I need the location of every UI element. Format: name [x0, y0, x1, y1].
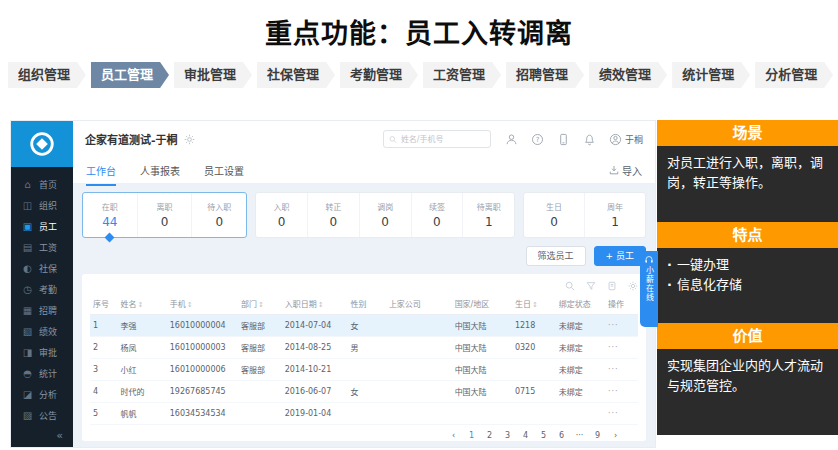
feature-tab-employee[interactable]: 员工管理 — [91, 62, 169, 88]
feature-tab-analysis[interactable]: 分析管理 — [755, 62, 833, 88]
sidebar-item-home[interactable]: ⌂首页 — [11, 174, 73, 195]
sidebar-item-performance[interactable]: ▧绩效 — [11, 321, 73, 342]
feature-tab-bar: 组织管理 员工管理 审批管理 社保管理 考勤管理 工资管理 招聘管理 绩效管理 … — [8, 62, 838, 88]
page-1[interactable]: 1 — [465, 429, 478, 442]
stat-resigned[interactable]: 离职0 — [137, 193, 192, 237]
page-5[interactable]: 5 — [537, 429, 550, 442]
filter-employee-button[interactable]: 筛选员工 — [526, 246, 586, 266]
feature-tab-salary[interactable]: 工资管理 — [423, 62, 501, 88]
page-9[interactable]: 9 — [591, 429, 604, 442]
sidebar-item-attendance[interactable]: ◷考勤 — [11, 279, 73, 300]
feature-tab-statistics[interactable]: 统计管理 — [672, 62, 750, 88]
stat-label: 在职 — [102, 201, 118, 212]
social-security-icon: ◐ — [22, 263, 33, 274]
table-filter-icon[interactable] — [586, 281, 596, 291]
sidebar-item-salary[interactable]: ▤工资 — [11, 237, 73, 258]
row-more-button[interactable]: ··· — [605, 315, 638, 337]
col-department[interactable]: 部门↕ — [238, 293, 282, 315]
feature-tab-attendance[interactable]: 考勤管理 — [340, 62, 418, 88]
stat-pending-onboard[interactable]: 待入职0 — [191, 193, 246, 237]
page-3[interactable]: 3 — [501, 429, 514, 442]
user-menu[interactable]: 于桐 — [609, 133, 643, 146]
stat-label: 生日 — [546, 201, 562, 212]
tab-hr-report[interactable]: 人事报表 — [140, 163, 180, 178]
row-more-button[interactable]: ··· — [605, 359, 638, 381]
page-2[interactable]: 2 — [483, 429, 496, 442]
col-phone[interactable]: 手机↕ — [167, 293, 238, 315]
notification-bell-icon[interactable] — [583, 133, 596, 146]
employee-search[interactable] — [383, 130, 491, 148]
feature-tab-approval[interactable]: 审批管理 — [174, 62, 252, 88]
sidebar-item-label: 绩效 — [39, 325, 57, 338]
table-search-icon[interactable] — [565, 281, 575, 291]
stat-active[interactable]: 在职44 — [83, 193, 137, 237]
tab-employee-settings[interactable]: 员工设置 — [204, 163, 244, 178]
col-hire-date[interactable]: 入职日期↕ — [282, 293, 348, 315]
feature-tab-recruit[interactable]: 招聘管理 — [506, 62, 584, 88]
mobile-icon[interactable] — [557, 133, 570, 146]
feature-tab-performance[interactable]: 绩效管理 — [589, 62, 667, 88]
sidebar-item-recruit[interactable]: ▦招聘 — [11, 300, 73, 321]
feature-tab-social[interactable]: 社保管理 — [257, 62, 335, 88]
table-row[interactable]: 1李强16010000004客服部2014-07-04女中国大陆1218未绑定·… — [90, 315, 638, 337]
row-more-button[interactable]: ··· — [605, 381, 638, 403]
table-row[interactable]: 3小红16010000006客服部2014-10-21中国大陆未绑定··· — [90, 359, 638, 381]
table-row[interactable]: 4时代的192676857452016-06-07女中国大陆0715未绑定··· — [90, 381, 638, 403]
row-more-button[interactable]: ··· — [605, 403, 638, 425]
sidebar-item-org[interactable]: ◫组织 — [11, 195, 73, 216]
sidebar-item-employee[interactable]: ▣员工 — [11, 216, 73, 237]
table-settings-icon[interactable] — [628, 281, 638, 291]
company-name: 企家有道测试-于桐 — [85, 131, 178, 147]
company-settings-icon[interactable] — [184, 134, 195, 145]
stat-value: 0 — [550, 215, 558, 229]
page-4[interactable]: 4 — [519, 429, 532, 442]
stat-label: 周年 — [607, 201, 623, 212]
stat-value: 1 — [485, 215, 493, 229]
stats-row: 在职44 离职0 待入职0 入职0 转正0 调岗0 续签0 待离职1 生日0 周… — [82, 192, 646, 238]
col-bind-status: 绑定状态 — [556, 293, 605, 315]
section-title-value: 价值 — [657, 323, 838, 349]
search-input[interactable] — [401, 135, 485, 144]
home-icon: ⌂ — [22, 179, 33, 190]
tab-workbench[interactable]: 工作台 — [86, 163, 116, 178]
performance-icon: ▧ — [22, 326, 33, 337]
sidebar: ⌂首页 ◫组织 ▣员工 ▤工资 ◐社保 ◷考勤 ▦招聘 ▧绩效 ◨审批 ◓统计 … — [11, 121, 73, 447]
sidebar-item-analysis[interactable]: ◪分析 — [11, 384, 73, 405]
statistics-icon: ◓ — [22, 368, 33, 379]
sidebar-item-social[interactable]: ◐社保 — [11, 258, 73, 279]
row-more-button[interactable]: ··· — [605, 337, 638, 359]
sidebar-item-statistics[interactable]: ◓统计 — [11, 363, 73, 384]
col-gender: 性别 — [348, 293, 386, 315]
stat-onboard[interactable]: 入职0 — [256, 193, 307, 237]
stat-label: 离职 — [157, 201, 173, 212]
stat-renew[interactable]: 续签0 — [411, 193, 463, 237]
stat-pending-resign[interactable]: 待离职1 — [462, 193, 514, 237]
table-row[interactable]: 2杨凤16010000003客服部2014-08-25男中国大陆0320未绑定·… — [90, 337, 638, 359]
sidebar-item-approval[interactable]: ◨审批 — [11, 342, 73, 363]
sidebar-collapse-icon[interactable]: « — [11, 429, 73, 447]
stat-regularize[interactable]: 转正0 — [307, 193, 359, 237]
stat-card-events: 生日0 周年1 — [523, 192, 646, 238]
table-export-icon[interactable] — [607, 281, 617, 291]
col-birthday[interactable]: 生日↕ — [512, 293, 556, 315]
app-logo[interactable] — [11, 121, 73, 167]
contacts-icon[interactable] — [505, 133, 518, 146]
stat-birthday[interactable]: 生日0 — [524, 193, 584, 237]
help-icon[interactable]: ? — [531, 133, 544, 146]
page-6[interactable]: 6 — [555, 429, 568, 442]
user-name: 于桐 — [625, 133, 643, 146]
table-row[interactable]: 5帆帆160345345342019-01-04··· — [90, 403, 638, 425]
online-service-tab[interactable]: 小薪在线 — [640, 251, 658, 327]
col-name[interactable]: 姓名↕ — [117, 293, 166, 315]
stat-anniversary[interactable]: 周年1 — [584, 193, 645, 237]
sidebar-item-announcement[interactable]: ▨公告 — [11, 405, 73, 426]
import-button[interactable]: 导入 — [609, 163, 642, 178]
attendance-icon: ◷ — [22, 284, 33, 295]
page-next[interactable]: › — [609, 429, 622, 442]
stat-transfer[interactable]: 调岗0 — [359, 193, 411, 237]
employee-table-card: 序号 姓名↕ 手机↕ 部门↕ 入职日期↕ 性别 上家公司 国家/地区 生日↕ 绑… — [82, 274, 646, 441]
import-icon — [609, 165, 619, 175]
feature-tab-org[interactable]: 组织管理 — [8, 62, 86, 88]
page-prev[interactable]: ‹ — [447, 429, 460, 442]
add-employee-button[interactable]: + 员工 — [594, 246, 646, 266]
